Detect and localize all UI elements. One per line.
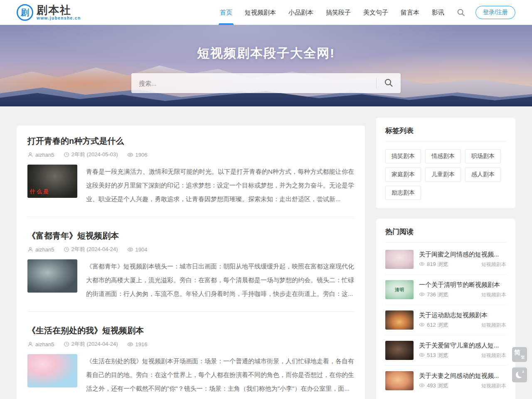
hero-title: 短视频剧本段子大全网! (0, 45, 532, 62)
tag-children-scripts[interactable]: 儿童剧本 (425, 167, 461, 182)
nav-item-home[interactable]: 首页 (214, 0, 239, 25)
hot-read-item[interactable]: 关于夫妻之间感动的短视频... 493 浏览 短视频剧本 (385, 366, 506, 396)
site-header: 剧 剧本社 www.jubenshe.cn 首页 短视频剧本 小品剧本 搞笑段子 (0, 0, 532, 25)
site-logo[interactable]: 剧 剧本社 www.jubenshe.cn (17, 4, 81, 21)
article-body: 什么是 青春是一段充满活力、激情和无限可能的时光。以下是打开青春的N种方式，每种… (27, 165, 354, 206)
tag-funny-scripts[interactable]: 搞笑剧本 (385, 149, 421, 163)
hot-reads-card: 热门阅读 关于闺蜜之间情感的短视频... 819 浏览 短视频剧本 (376, 219, 515, 399)
tag-inspirational-scripts[interactable]: 励志剧本 (385, 186, 421, 200)
hot-read-views: 513 浏览 (419, 352, 448, 359)
nav-item-sketch-scripts[interactable]: 小品剧本 (282, 0, 320, 25)
hot-read-title[interactable]: 关于闺蜜之间情感的短视频... (419, 251, 506, 259)
view-count: 1916 (135, 341, 148, 347)
hot-read-info: 关于运动励志短视频剧本 612 浏览 短视频剧本 (419, 310, 506, 330)
article-item: 《生活在别处的我》短视频剧本 aizhan5 2年前 (2024-04-24) … (27, 312, 354, 399)
hot-read-item[interactable]: 关于关爱留守儿童的感人短... 513 浏览 短视频剧本 (385, 335, 506, 366)
hot-read-item[interactable]: 关于闺蜜之间情感的短视频... 819 浏览 短视频剧本 (385, 244, 506, 275)
author-meta: aizhan5 (27, 246, 54, 253)
hot-read-meta: 493 浏览 短视频剧本 (419, 382, 506, 389)
logo-text: 剧本社 www.jubenshe.cn (37, 5, 81, 20)
view-count: 1904 (135, 246, 148, 253)
article-excerpt: 《生活在别处的我》短视频剧本开场画面：场景：一个普通的城市街景，人们忙碌地走着，… (86, 354, 354, 395)
nav-label: 首页 (220, 9, 232, 17)
article-thumbnail[interactable] (27, 259, 77, 293)
hot-read-category[interactable]: 短视频剧本 (481, 382, 506, 389)
author-name[interactable]: aizhan5 (35, 341, 54, 347)
thumbnail-caption: 清明 (395, 287, 404, 293)
article-title[interactable]: 打开青春的n种方式是什么 (27, 135, 354, 147)
article-body: 《富都青年》短视频剧本镜头一：城市日出画面：朝阳从地平线缓缓升起，映照在富都这座… (27, 259, 354, 300)
publish-date: 2年前 (2024-05-03) (71, 151, 118, 158)
hot-read-title[interactable]: 关于关爱留守儿童的感人短... (419, 342, 506, 350)
hot-read-info: 关于闺蜜之间情感的短视频... 819 浏览 短视频剧本 (419, 250, 506, 269)
main-nav: 首页 短视频剧本 小品剧本 搞笑段子 美文句子 留言本 影讯 (214, 0, 451, 25)
hot-read-thumbnail: 清明 (385, 280, 414, 299)
hot-read-item[interactable]: 关于运动励志短视频剧本 612 浏览 短视频剧本 (385, 305, 506, 335)
hot-read-title[interactable]: 关于运动励志短视频剧本 (419, 311, 506, 319)
article-title[interactable]: 《生活在别处的我》短视频剧本 (27, 324, 354, 337)
tag-emotional-scripts[interactable]: 情感剧本 (425, 149, 461, 163)
eye-icon (419, 291, 425, 298)
author-name[interactable]: aizhan5 (35, 152, 54, 158)
hot-read-category[interactable]: 短视频剧本 (481, 261, 506, 268)
hot-read-views: 493 浏览 (419, 382, 448, 389)
clock-icon (64, 341, 69, 347)
tag-touching-scripts[interactable]: 感人剧本 (465, 167, 501, 182)
eye-icon (127, 341, 133, 347)
hot-read-item[interactable]: 清明 一个关于清明节的断视频剧本 736 浏览 短视频剧本 (385, 275, 506, 305)
nav-label: 短视频剧本 (245, 9, 276, 17)
hot-read-thumbnail (385, 250, 414, 269)
nav-item-movie-news[interactable]: 影讯 (426, 0, 451, 25)
hero-search-input[interactable] (131, 73, 376, 93)
author-name[interactable]: aizhan5 (35, 246, 54, 253)
dark-mode-toggle-button[interactable]: z (512, 367, 527, 382)
view-count: 1906 (135, 152, 148, 158)
nav-item-beautiful-sentences[interactable]: 美文句子 (357, 0, 394, 25)
views-label: 736 浏览 (427, 291, 448, 298)
article-list-card: 打开青春的n种方式是什么 aizhan5 2年前 (2024-05-03) 19… (17, 126, 365, 399)
header-search-icon[interactable] (456, 8, 466, 17)
login-register-button[interactable]: 登录/注册 (475, 6, 515, 19)
nav-label: 搞笑段子 (326, 9, 351, 17)
hot-read-meta: 736 浏览 短视频剧本 (419, 291, 506, 298)
tag-family-scripts[interactable]: 家庭剧本 (385, 167, 421, 182)
nav-label: 留言本 (401, 9, 419, 17)
date-meta: 2年前 (2024-05-03) (64, 151, 118, 158)
hot-read-meta: 513 浏览 短视频剧本 (419, 352, 506, 359)
eye-icon (419, 382, 425, 389)
nav-label: 影讯 (432, 9, 444, 17)
tag-list-card: 标签列表 搞笑剧本 情感剧本 职场剧本 家庭剧本 儿童剧本 感人剧本 励志剧本 (376, 118, 515, 208)
nav-item-funny-jokes[interactable]: 搞笑段子 (320, 0, 357, 25)
sleep-z-icon: z (522, 369, 525, 374)
clock-icon (64, 246, 69, 252)
views-meta: 1916 (127, 341, 148, 347)
eye-icon (419, 322, 425, 329)
article-thumbnail[interactable] (27, 354, 77, 387)
nav-item-short-video-scripts[interactable]: 短视频剧本 (239, 0, 282, 25)
hot-read-views: 736 浏览 (419, 291, 448, 298)
article-item: 《富都青年》短视频剧本 aizhan5 2年前 (2024-04-24) 190… (27, 217, 354, 312)
hero-search-button[interactable] (377, 73, 401, 93)
date-meta: 2年前 (2024-04-24) (64, 246, 118, 253)
hot-read-category[interactable]: 短视频剧本 (481, 291, 506, 298)
views-label: 612 浏览 (427, 321, 448, 329)
tag-list: 搞笑剧本 情感剧本 职场剧本 家庭剧本 儿童剧本 感人剧本 励志剧本 (385, 149, 506, 200)
hot-read-thumbnail (385, 371, 414, 390)
page-content: 打开青春的n种方式是什么 aizhan5 2年前 (2024-05-03) 19… (17, 106, 515, 399)
hot-read-title[interactable]: 关于夫妻之间感动的短视频... (419, 372, 506, 380)
article-thumbnail[interactable]: 什么是 (27, 165, 77, 198)
simplified-traditional-toggle-button[interactable]: 简 繁 (512, 347, 527, 362)
hot-read-category[interactable]: 短视频剧本 (481, 322, 506, 329)
moon-icon (516, 372, 522, 378)
hot-read-category[interactable]: 短视频剧本 (481, 352, 506, 359)
header-inner: 剧 剧本社 www.jubenshe.cn 首页 短视频剧本 小品剧本 搞笑段子 (17, 0, 515, 25)
publish-date: 2年前 (2024-04-24) (71, 246, 118, 253)
tag-workplace-scripts[interactable]: 职场剧本 (465, 149, 501, 163)
nav-item-guestbook[interactable]: 留言本 (394, 0, 426, 25)
article-title[interactable]: 《富都青年》短视频剧本 (27, 229, 354, 242)
divider (385, 141, 506, 142)
hot-read-title[interactable]: 一个关于清明节的断视频剧本 (419, 281, 506, 289)
tag-list-heading: 标签列表 (385, 126, 506, 135)
article-excerpt: 青春是一段充满活力、激情和无限可能的时光。以下是打开青春的N种方式，每种方式都能… (86, 165, 354, 206)
author-meta: aizhan5 (27, 152, 54, 158)
